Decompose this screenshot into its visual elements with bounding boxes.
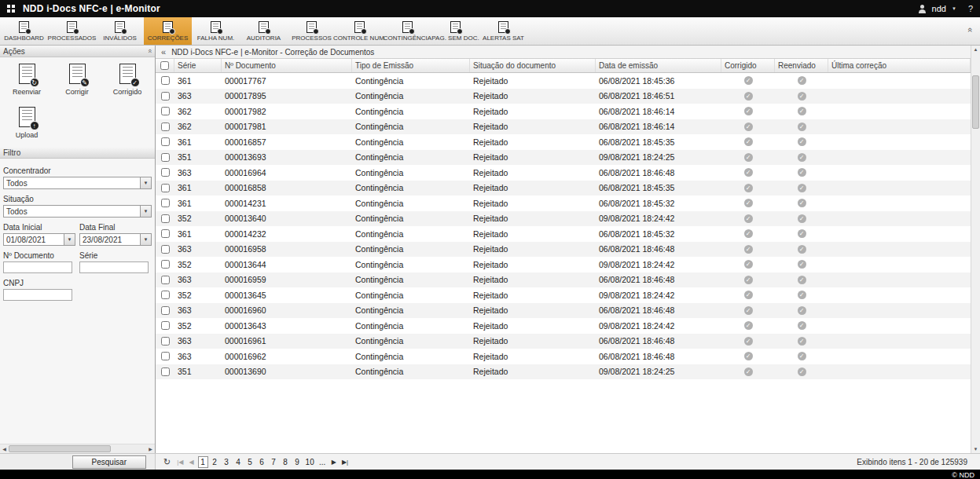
row-checkbox[interactable] [161, 276, 170, 284]
row-checkbox[interactable] [161, 153, 170, 162]
action-corrigido[interactable]: ✓Corrigido [102, 64, 152, 96]
user-menu-caret-icon[interactable]: ▼ [952, 6, 956, 11]
table-row[interactable]: 363000016964ContingênciaRejeitado06/08/2… [156, 165, 971, 181]
action-reenviar[interactable]: ↻Reenviar [2, 64, 52, 96]
previous-page-icon[interactable]: ◀ [187, 459, 195, 466]
serie-input[interactable] [79, 261, 149, 273]
row-checkbox[interactable] [161, 260, 170, 269]
tab-contingencia[interactable]: CONTINGÊNCIA [384, 17, 431, 45]
scrollbar-thumb[interactable] [972, 75, 979, 129]
refresh-icon[interactable]: ↻ [161, 457, 173, 467]
collapse-toolbar-icon[interactable]: « [966, 27, 975, 32]
scroll-down-icon[interactable]: ▼ [971, 447, 980, 452]
tab-auditoria[interactable]: AUDITORIA [240, 17, 288, 45]
row-checkbox[interactable] [161, 291, 170, 299]
row-checkbox[interactable] [161, 352, 170, 360]
table-row[interactable]: 362000017981ContingênciaRejeitado06/08/2… [156, 119, 971, 135]
table-row[interactable]: 363000016958ContingênciaRejeitado06/08/2… [156, 242, 971, 258]
column-header-corrigido[interactable]: Corrigido [721, 59, 775, 72]
column-header-n-documento[interactable]: Nº Documento [222, 59, 352, 72]
next-page-icon[interactable]: ▶ [330, 459, 338, 466]
situacao-select[interactable]: Todos ▼ [3, 205, 152, 218]
scrollbar-thumb[interactable] [9, 445, 111, 452]
table-row[interactable]: 363000016962ContingênciaRejeitado06/08/2… [156, 349, 971, 364]
tab-pag-sem-doc[interactable]: PAG. SEM DOC. [431, 17, 479, 45]
scrollbar-track[interactable] [9, 444, 146, 453]
row-checkbox[interactable] [161, 184, 170, 192]
page-5[interactable]: 5 [245, 457, 255, 467]
select-all-checkbox[interactable] [160, 61, 169, 70]
tab-dashboard[interactable]: DASHBOARD [0, 17, 48, 45]
table-row[interactable]: 351000013693ContingênciaRejeitado09/08/2… [156, 150, 971, 166]
data-inicial-picker[interactable]: 01/08/2021 ▼ [3, 233, 75, 246]
tab-controle-num[interactable]: CONTROLE NUM. [336, 17, 384, 45]
page-4[interactable]: 4 [233, 457, 244, 467]
row-checkbox[interactable] [161, 199, 170, 207]
tab-correcoes[interactable]: CORREÇÕES [144, 17, 192, 45]
chevron-down-icon[interactable]: ▼ [140, 177, 151, 188]
table-row[interactable]: 363000016961ContingênciaRejeitado06/08/2… [156, 334, 971, 349]
table-row[interactable]: 352000013640ContingênciaRejeitado09/08/2… [156, 211, 971, 227]
tab-processos[interactable]: PROCESSOS [288, 17, 336, 45]
help-icon[interactable]: ? [968, 4, 973, 13]
table-row[interactable]: 363000016959ContingênciaRejeitado06/08/2… [156, 272, 971, 288]
row-checkbox[interactable] [161, 168, 170, 177]
table-row[interactable]: 361000016858ContingênciaRejeitado06/08/2… [156, 181, 971, 196]
table-row[interactable]: 363000016960ContingênciaRejeitado06/08/2… [156, 303, 971, 319]
column-header-situacao-do-documento[interactable]: Situação do documento [470, 59, 596, 72]
data-final-picker[interactable]: 23/08/2021 ▼ [79, 233, 152, 246]
table-row[interactable]: 362000017982ContingênciaRejeitado06/08/2… [156, 104, 971, 119]
tab-invalidos[interactable]: INVÁLIDOS [96, 17, 144, 45]
table-row[interactable]: 361000014232ContingênciaRejeitado06/08/2… [156, 226, 971, 242]
documento-input[interactable] [3, 261, 72, 273]
collapse-actions-icon[interactable]: « [145, 49, 153, 53]
concentrador-select[interactable]: Todos ▼ [3, 177, 152, 189]
chevron-down-icon[interactable]: ▼ [140, 234, 151, 245]
column-header-tipo-de-emissao[interactable]: Tipo de Emissão [352, 59, 470, 72]
tab-processados[interactable]: PROCESSADOS [48, 17, 96, 45]
page-9[interactable]: 9 [292, 457, 303, 467]
action-corrigir[interactable]: ✎Corrigir [52, 64, 102, 96]
table-row[interactable]: 361000014231ContingênciaRejeitado06/08/2… [156, 196, 971, 211]
row-checkbox[interactable] [161, 337, 170, 346]
row-checkbox[interactable] [161, 92, 170, 101]
column-header-data-de-emissao[interactable]: Data de emissão [596, 59, 721, 72]
page-2[interactable]: 2 [210, 457, 220, 467]
apps-grid-icon[interactable] [7, 5, 15, 13]
page-8[interactable]: 8 [281, 457, 291, 467]
page-3[interactable]: 3 [222, 457, 232, 467]
first-page-icon[interactable]: |◀ [175, 459, 185, 466]
row-checkbox[interactable] [161, 76, 170, 85]
cnpj-input[interactable] [3, 289, 72, 301]
page-[interactable]: ... [317, 457, 328, 467]
row-checkbox[interactable] [161, 245, 170, 254]
sidebar-horizontal-scrollbar[interactable]: ◀ ▶ [0, 444, 155, 453]
row-checkbox[interactable] [161, 107, 170, 115]
table-row[interactable]: 363000017895ContingênciaRejeitado06/08/2… [156, 89, 971, 104]
page-10[interactable]: 10 [304, 457, 316, 467]
table-row[interactable]: 352000013643ContingênciaRejeitado09/08/2… [156, 318, 971, 334]
scroll-right-icon[interactable]: ▶ [146, 446, 155, 452]
search-button[interactable]: Pesquisar [72, 455, 146, 469]
column-header-ultima-correcao[interactable]: Última correção [828, 59, 971, 72]
row-checkbox[interactable] [161, 229, 170, 238]
user-name[interactable]: ndd [932, 4, 946, 13]
table-row[interactable]: 351000013690ContingênciaRejeitado09/08/2… [156, 364, 971, 380]
collapse-sidebar-icon[interactable]: « [161, 47, 166, 57]
column-header-reenviado[interactable]: Reenviado [775, 59, 828, 72]
chevron-down-icon[interactable]: ▼ [64, 234, 75, 245]
tab-alertas-sat[interactable]: ALERTAS SAT [479, 17, 527, 45]
table-row[interactable]: 352000013644ContingênciaRejeitado09/08/2… [156, 257, 971, 272]
table-row[interactable]: 361000017767ContingênciaRejeitado06/08/2… [156, 73, 971, 89]
row-checkbox[interactable] [161, 122, 170, 131]
row-checkbox[interactable] [161, 367, 170, 376]
page-1[interactable]: 1 [198, 456, 208, 468]
tab-falha-num[interactable]: FALHA NUM. [192, 17, 240, 45]
table-row[interactable]: 352000013645ContingênciaRejeitado09/08/2… [156, 287, 971, 303]
column-header-serie[interactable]: Série [174, 59, 222, 72]
row-checkbox[interactable] [161, 321, 170, 330]
scroll-up-icon[interactable]: ▲ [971, 47, 980, 52]
page-7[interactable]: 7 [269, 457, 279, 467]
action-upload[interactable]: ↑Upload [2, 107, 52, 139]
chevron-down-icon[interactable]: ▼ [140, 206, 151, 217]
